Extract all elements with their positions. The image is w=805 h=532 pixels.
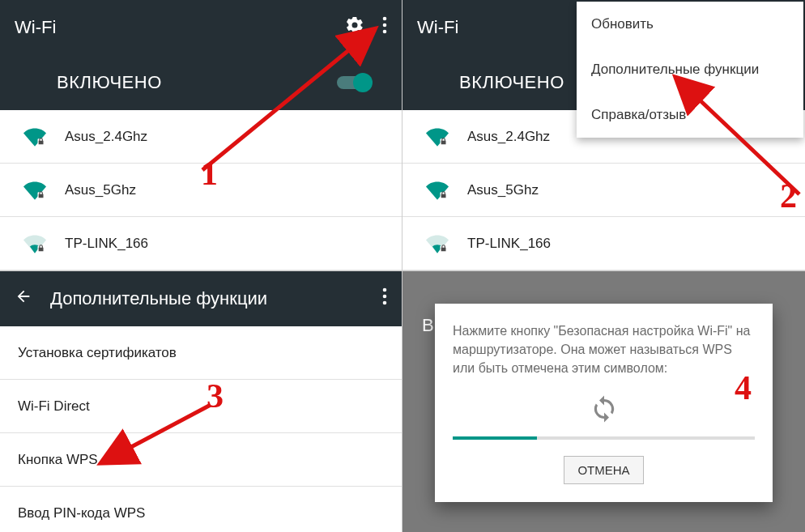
wifi-network-name: TP-LINK_166 (65, 236, 148, 252)
dialog-message: Нажмите кнопку "Безопасная настройка Wi-… (453, 321, 755, 378)
screen-title: Wi-Fi (15, 17, 327, 38)
option-wps-button[interactable]: Кнопка WPS (0, 433, 402, 487)
progress-bar-fill (453, 436, 537, 440)
panel-step-2: Wi-Fi ВКЛЮЧЕНО Asus_2.4Ghz Asus_5Ghz TP-… (402, 0, 805, 271)
advanced-header: Дополнительные функции (0, 271, 402, 326)
menu-item-help[interactable]: Справка/отзыв (577, 92, 803, 138)
behind-dialog-text: В (422, 315, 434, 336)
svg-point-0 (383, 17, 387, 21)
annotation-step-number: 4 (735, 368, 752, 407)
gear-icon[interactable] (345, 15, 364, 40)
wifi-signal-icon (417, 126, 458, 148)
wifi-signal-icon (417, 179, 458, 202)
option-wifi-direct[interactable]: Wi-Fi Direct (0, 380, 402, 433)
annotation-step-number: 1 (201, 154, 218, 193)
menu-item-advanced[interactable]: Дополнительные функции (577, 47, 803, 92)
wifi-network-name: Asus_2.4Ghz (467, 129, 550, 145)
advanced-options-list: Установка сертификатов Wi-Fi Direct Кноп… (0, 326, 402, 532)
panel-step-1: Wi-Fi ВКЛЮЧЕНО Asus_2.4Ghz Asus_5Ghz (0, 0, 402, 271)
svg-point-1 (383, 23, 387, 28)
wifi-network-row[interactable]: TP-LINK_166 (0, 217, 402, 270)
svg-point-2 (383, 30, 387, 34)
annotation-step-number: 3 (207, 377, 224, 415)
wifi-enabled-label: ВКЛЮЧЕНО (32, 72, 337, 93)
cancel-button[interactable]: ОТМЕНА (564, 456, 643, 484)
option-install-certificates[interactable]: Установка сертификатов (0, 326, 402, 380)
wifi-signal-icon (15, 126, 55, 148)
wps-dialog: Нажмите кнопку "Безопасная настройка Wi-… (435, 304, 773, 502)
wifi-signal-icon (15, 179, 55, 202)
wifi-network-name: Asus_5Ghz (65, 182, 136, 198)
wifi-toggle[interactable] (337, 76, 369, 89)
svg-point-11 (383, 288, 387, 292)
wps-icon (453, 378, 755, 436)
annotation-step-number: 2 (780, 177, 797, 215)
option-wps-pin[interactable]: Ввод PIN-кода WPS (0, 487, 402, 532)
wifi-network-name: TP-LINK_166 (467, 236, 551, 252)
progress-bar (453, 436, 755, 440)
wifi-network-name: Asus_5Ghz (467, 182, 539, 198)
wifi-network-name: Asus_2.4Ghz (65, 129, 147, 145)
svg-point-13 (383, 301, 387, 305)
svg-point-12 (383, 295, 387, 299)
overflow-menu: Обновить Дополнительные функции Справка/… (577, 2, 803, 138)
wifi-network-row[interactable]: TP-LINK_166 (402, 217, 805, 270)
panel-step-3: Дополнительные функции Установка сертифи… (0, 271, 402, 532)
menu-item-refresh[interactable]: Обновить (577, 2, 803, 47)
more-icon[interactable] (382, 287, 387, 310)
wifi-master-toggle-row[interactable]: ВКЛЮЧЕНО (0, 55, 402, 110)
wifi-signal-icon (417, 232, 458, 255)
more-icon[interactable] (382, 16, 387, 39)
wifi-signal-icon (15, 232, 55, 255)
screen-title: Дополнительные функции (50, 288, 364, 309)
panel-step-4: В Нажмите кнопку "Безопасная настройка W… (402, 271, 805, 532)
wifi-network-row[interactable]: Asus_5Ghz (402, 164, 805, 217)
wifi-header: Wi-Fi (0, 0, 402, 55)
back-icon[interactable] (15, 287, 32, 310)
